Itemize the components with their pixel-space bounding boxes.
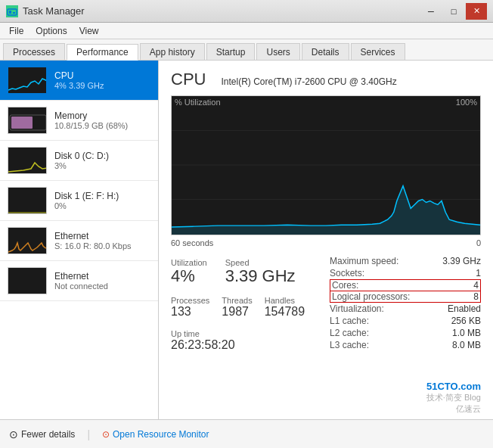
disk1-label: Disk 1 (E: F: H:) [54, 191, 150, 201]
menu-view[interactable]: View [73, 24, 105, 38]
panel-subtitle: Intel(R) Core(TM) i7-2600 CPU @ 3.40GHz [221, 76, 396, 87]
svg-rect-10 [8, 268, 47, 294]
memory-info: Memory 10.8/15.9 GB (68%) [54, 110, 150, 130]
info-l3: L3 cache: 8.0 MB [330, 339, 481, 351]
memory-label: Memory [54, 110, 150, 121]
info-cores: Cores: 4 [330, 279, 481, 291]
disk0-thumb [8, 147, 47, 174]
chart-labels-bottom: 60 seconds 0 [171, 238, 481, 247]
app-icon [6, 5, 18, 17]
tabbar: Processes Performance App history Startu… [0, 39, 493, 61]
menubar: File Options View [0, 23, 493, 39]
close-button[interactable]: ✕ [466, 3, 487, 20]
disk1-sub: 0% [54, 201, 150, 210]
footer-divider: | [87, 428, 90, 440]
svg-marker-14 [172, 186, 480, 235]
disk1-thumb [8, 187, 47, 214]
sidebar-item-cpu[interactable]: CPU 4% 3.39 GHz [0, 61, 158, 101]
info-section: Maximum speed: 3.39 GHz Sockets: 1 Cores… [330, 255, 481, 354]
ethernet0-thumb [8, 227, 47, 254]
footer: ⊙ Fewer details | ⊙ Open Resource Monito… [0, 419, 493, 448]
monitor-icon: ⊙ [102, 429, 110, 440]
stat-threads: Threads 1987 [222, 293, 252, 322]
cpu-sub: 4% 3.39 GHz [54, 81, 150, 90]
sidebar-item-ethernet1[interactable]: Ethernet Not connected [0, 261, 158, 301]
sidebar: CPU 4% 3.39 GHz Memory 10.8/15.9 GB (68%… [0, 61, 159, 419]
svg-rect-8 [8, 188, 47, 214]
tab-processes[interactable]: Processes [3, 43, 65, 60]
tab-services[interactable]: Services [351, 43, 405, 60]
sidebar-item-disk0[interactable]: Disk 0 (C: D:) 3% [0, 141, 158, 181]
panel-header: CPU Intel(R) Core(TM) i7-2600 CPU @ 3.40… [171, 70, 481, 89]
titlebar-left: Task Manager [6, 5, 85, 17]
ethernet0-sub: S: 16.0 R: 80.0 Kbps [54, 241, 150, 250]
tab-details[interactable]: Details [302, 43, 349, 60]
cpu-info: CPU 4% 3.39 GHz [54, 70, 150, 90]
cpu-chart: % Utilization 100% [171, 95, 481, 235]
fewer-details-button[interactable]: ⊙ Fewer details [9, 428, 75, 440]
info-logical: Logical processors: 8 [330, 291, 481, 303]
stat-speed: Speed 3.39 GHz [225, 255, 296, 288]
tab-performance[interactable]: Performance [67, 44, 138, 61]
titlebar-title: Task Manager [23, 5, 85, 17]
svg-rect-0 [8, 9, 17, 15]
svg-rect-1 [9, 11, 11, 14]
disk1-info: Disk 1 (E: F: H:) 0% [54, 191, 150, 210]
titlebar-controls: ─ □ ✕ [420, 3, 487, 20]
stat-uptime: Up time 26:23:58:20 [171, 326, 318, 355]
minimize-button[interactable]: ─ [420, 3, 442, 20]
stats-section: Utilization 4% Speed 3.39 GHz Processes … [171, 255, 318, 354]
main-content: CPU 4% 3.39 GHz Memory 10.8/15.9 GB (68%… [0, 61, 493, 419]
stat-utilization: Utilization 4% [171, 255, 207, 288]
chart-label-60sec: 60 seconds [171, 238, 213, 247]
svg-rect-2 [13, 12, 15, 14]
tab-startup[interactable]: Startup [206, 43, 256, 60]
cpu-thumb [8, 67, 47, 94]
ethernet0-label: Ethernet [54, 231, 150, 241]
memory-thumb [8, 107, 47, 134]
sidebar-item-memory[interactable]: Memory 10.8/15.9 GB (68%) [0, 101, 158, 141]
svg-rect-7 [8, 148, 47, 174]
menu-options[interactable]: Options [29, 24, 73, 38]
info-sockets: Sockets: 1 [330, 267, 481, 279]
titlebar: Task Manager ─ □ ✕ [0, 0, 493, 23]
open-resource-monitor-link[interactable]: ⊙ Open Resource Monitor [102, 429, 209, 440]
sidebar-item-ethernet0[interactable]: Ethernet S: 16.0 R: 80.0 Kbps [0, 221, 158, 261]
panel-title: CPU [171, 70, 206, 89]
menu-file[interactable]: File [3, 24, 29, 38]
lower-section: Utilization 4% Speed 3.39 GHz Processes … [171, 255, 481, 354]
stat-processes: Processes 133 [171, 293, 209, 322]
tab-app-history[interactable]: App history [140, 43, 205, 60]
chevron-up-icon: ⊙ [9, 428, 18, 440]
svg-rect-9 [8, 228, 47, 254]
ethernet1-thumb [8, 267, 47, 294]
ethernet0-info: Ethernet S: 16.0 R: 80.0 Kbps [54, 231, 150, 250]
stat-handles: Handles 154789 [265, 293, 305, 322]
svg-rect-6 [11, 117, 33, 129]
sidebar-item-disk1[interactable]: Disk 1 (E: F: H:) 0% [0, 181, 158, 221]
cpu-label: CPU [54, 70, 150, 81]
ethernet1-sub: Not connected [54, 282, 150, 291]
info-l1: L1 cache: 256 KB [330, 315, 481, 327]
memory-sub: 10.8/15.9 GB (68%) [54, 121, 150, 130]
disk0-label: Disk 0 (C: D:) [54, 151, 150, 161]
maximize-button[interactable]: □ [443, 3, 464, 20]
panel: CPU Intel(R) Core(TM) i7-2600 CPU @ 3.40… [159, 61, 493, 419]
ethernet1-label: Ethernet [54, 271, 150, 282]
disk0-sub: 3% [54, 161, 150, 170]
info-l2: L2 cache: 1.0 MB [330, 327, 481, 339]
tab-users[interactable]: Users [256, 43, 299, 60]
disk0-info: Disk 0 (C: D:) 3% [54, 151, 150, 170]
info-max-speed: Maximum speed: 3.39 GHz [330, 255, 481, 267]
info-virtualization: Virtualization: Enabled [330, 303, 481, 315]
chart-label-0: 0 [476, 238, 481, 247]
ethernet1-info: Ethernet Not connected [54, 271, 150, 291]
